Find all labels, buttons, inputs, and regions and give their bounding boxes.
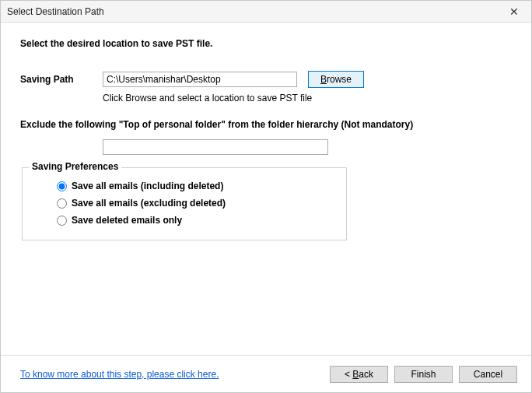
saving-path-hint: Click Browse and select a location to sa… xyxy=(103,93,512,104)
saving-path-row: Saving Path Browse xyxy=(20,71,512,88)
pref-option-2[interactable]: Save deleted emails only xyxy=(57,215,335,226)
dialog-window: Select Destination Path ✕ Select the des… xyxy=(0,0,532,393)
exclude-input[interactable] xyxy=(103,139,328,155)
help-link[interactable]: To know more about this step, please cli… xyxy=(20,369,219,380)
pref-label-1[interactable]: Save all emails (excluding deleted) xyxy=(72,198,226,209)
finish-button[interactable]: Finish xyxy=(394,366,453,383)
pref-radio-2[interactable] xyxy=(57,216,67,226)
browse-button[interactable]: Browse xyxy=(308,71,364,88)
saving-path-label: Saving Path xyxy=(20,74,103,85)
window-title: Select Destination Path xyxy=(7,6,503,17)
saving-preferences-title: Saving Preferences xyxy=(29,161,121,172)
saving-preferences-group: Saving Preferences Save all emails (incl… xyxy=(22,167,347,240)
back-button[interactable]: < Back xyxy=(330,366,388,383)
close-icon[interactable]: ✕ xyxy=(503,2,525,21)
exclude-label: Exclude the following "Top of personal f… xyxy=(20,119,512,130)
saving-path-input[interactable] xyxy=(103,72,297,87)
page-heading: Select the desired location to save PST … xyxy=(20,38,512,49)
pref-option-0[interactable]: Save all emails (including deleted) xyxy=(57,181,335,191)
pref-label-2[interactable]: Save deleted emails only xyxy=(72,215,182,226)
pref-label-0[interactable]: Save all emails (including deleted) xyxy=(72,181,223,191)
pref-radio-1[interactable] xyxy=(57,198,67,209)
browse-button-rest: rowse xyxy=(327,74,352,85)
content-area: Select the desired location to save PST … xyxy=(1,23,531,392)
footer-bar: To know more about this step, please cli… xyxy=(1,355,531,392)
pref-radio-0[interactable] xyxy=(57,181,67,191)
cancel-button[interactable]: Cancel xyxy=(459,366,517,383)
pref-option-1[interactable]: Save all emails (excluding deleted) xyxy=(57,198,335,209)
titlebar: Select Destination Path ✕ xyxy=(1,1,531,23)
